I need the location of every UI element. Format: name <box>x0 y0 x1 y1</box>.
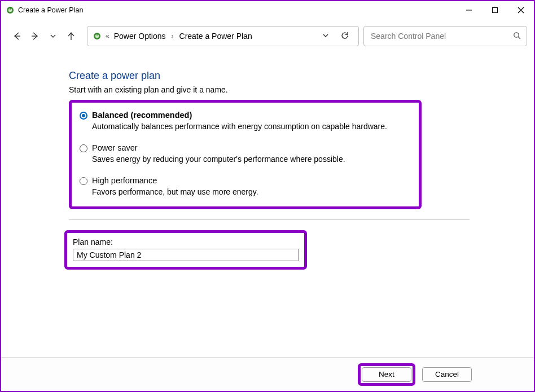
close-button[interactable] <box>508 1 534 19</box>
power-options-icon <box>92 31 102 41</box>
search-icon[interactable] <box>513 32 521 41</box>
plan-option-high-performance[interactable]: High performance Favors performance, but… <box>80 176 411 196</box>
content-area: Create a power plan Start with an existi… <box>1 53 534 357</box>
maximize-button[interactable] <box>482 1 508 19</box>
window-title: Create a Power Plan <box>18 6 83 14</box>
plan-title: High performance <box>92 176 258 185</box>
page-subtitle: Start with an existing plan and give it … <box>69 85 534 94</box>
address-bar[interactable]: « Power Options › Create a Power Plan <box>87 26 359 46</box>
nav-row: « Power Options › Create a Power Plan <box>1 19 534 53</box>
up-button[interactable] <box>62 27 80 45</box>
plan-name-input[interactable] <box>73 249 299 261</box>
next-button[interactable]: Next <box>362 367 411 382</box>
titlebar: Create a Power Plan <box>1 1 534 19</box>
radio-high-performance[interactable] <box>80 177 87 185</box>
plan-options-group: Balanced (recommended) Automatically bal… <box>69 100 422 209</box>
chevron-right-icon[interactable]: › <box>168 32 177 40</box>
radio-balanced[interactable] <box>80 112 87 120</box>
window: Create a Power Plan <box>0 0 535 392</box>
forward-button[interactable] <box>26 27 44 45</box>
breadcrumb-create-plan[interactable]: Create a Power Plan <box>177 30 255 42</box>
svg-point-13 <box>514 32 519 37</box>
back-button[interactable] <box>8 27 26 45</box>
plan-description: Automatically balances performance with … <box>92 122 387 131</box>
next-highlight: Next <box>358 363 415 386</box>
page-title: Create a power plan <box>69 70 534 82</box>
plan-title: Power saver <box>92 143 345 152</box>
plan-title: Balanced (recommended) <box>92 111 387 120</box>
plan-option-power-saver[interactable]: Power saver Saves energy by reducing you… <box>80 143 411 164</box>
refresh-button[interactable] <box>336 31 354 42</box>
breadcrumb-power-options[interactable]: Power Options <box>112 30 168 42</box>
svg-line-14 <box>518 37 520 39</box>
svg-rect-4 <box>493 8 498 13</box>
cancel-button[interactable]: Cancel <box>422 367 472 382</box>
svg-rect-2 <box>10 7 10 10</box>
search-box[interactable] <box>363 26 527 46</box>
search-input[interactable] <box>370 31 513 41</box>
recent-locations-button[interactable] <box>44 27 62 45</box>
minimize-button[interactable] <box>456 1 482 19</box>
power-options-icon <box>6 6 15 15</box>
plan-name-group: Plan name: <box>64 230 307 270</box>
address-dropdown-button[interactable] <box>315 32 336 41</box>
svg-rect-12 <box>97 33 97 36</box>
breadcrumb-overflow-icon[interactable]: « <box>106 32 109 40</box>
plan-description: Favors performance, but may use more ene… <box>92 187 258 196</box>
footer: Next Cancel <box>1 357 534 391</box>
plan-description: Saves energy by reducing your computer's… <box>92 155 345 164</box>
plan-option-balanced[interactable]: Balanced (recommended) Automatically bal… <box>80 111 411 131</box>
radio-power-saver[interactable] <box>80 144 87 152</box>
plan-name-label: Plan name: <box>73 237 299 246</box>
divider <box>69 219 470 220</box>
